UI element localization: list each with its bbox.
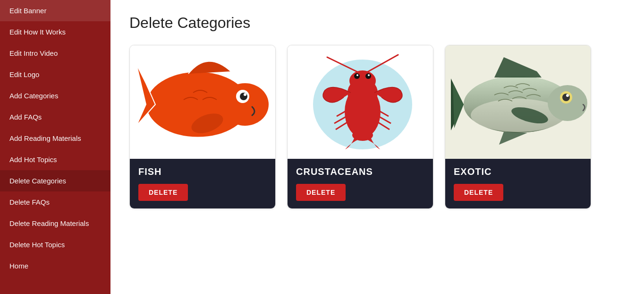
category-card-exotic: EXOTICDELETE: [445, 45, 591, 209]
sidebar-item-add-reading-materials[interactable]: Add Reading Materials: [0, 128, 110, 149]
category-card-fish: FISHDELETE: [129, 45, 276, 209]
delete-button-fish[interactable]: DELETE: [138, 184, 188, 201]
card-label-fish: FISH: [138, 166, 267, 177]
svg-point-5: [244, 93, 246, 96]
card-label-exotic: EXOTIC: [454, 166, 582, 177]
card-image-fish: [130, 45, 275, 159]
card-body-exotic: EXOTICDELETE: [445, 159, 591, 208]
delete-button-exotic[interactable]: DELETE: [454, 184, 503, 201]
sidebar-item-home[interactable]: Home: [0, 255, 110, 277]
sidebar-item-add-faqs[interactable]: Add FAQs: [0, 106, 110, 128]
sidebar-item-delete-categories[interactable]: Delete Categories: [0, 170, 110, 191]
card-body-crustaceans: CRUSTACEANSDELETE: [288, 159, 433, 208]
sidebar-item-edit-how-it-works[interactable]: Edit How It Works: [0, 21, 110, 43]
svg-point-2: [221, 83, 269, 126]
sidebar-item-edit-banner[interactable]: Edit Banner: [0, 0, 110, 21]
svg-point-14: [368, 74, 370, 76]
card-body-fish: FISHDELETE: [130, 159, 275, 208]
sidebar-item-edit-intro-video[interactable]: Edit Intro Video: [0, 43, 110, 64]
svg-point-11: [354, 73, 360, 79]
sidebar-item-delete-hot-topics[interactable]: Delete Hot Topics: [0, 234, 110, 255]
page-title: Delete Categories: [129, 14, 625, 32]
card-image-crustaceans: [288, 45, 433, 159]
svg-point-4: [240, 93, 247, 100]
sidebar-item-add-hot-topics[interactable]: Add Hot Topics: [0, 149, 110, 170]
sidebar: Edit BannerEdit How It WorksEdit Intro V…: [0, 0, 110, 294]
svg-point-12: [365, 73, 371, 79]
svg-point-13: [356, 74, 358, 76]
sidebar-item-add-categories[interactable]: Add Categories: [0, 85, 110, 106]
sidebar-item-delete-faqs[interactable]: Delete FAQs: [0, 191, 110, 213]
svg-point-23: [352, 130, 373, 141]
main-content: Delete Categories FISHDELETE: [110, 0, 644, 294]
category-card-crustaceans: CRUSTACEANSDELETE: [287, 45, 433, 209]
card-label-crustaceans: CRUSTACEANS: [296, 166, 424, 177]
cards-grid: FISHDELETE CRUSTACEANSDELETE: [129, 45, 625, 209]
svg-point-10: [349, 70, 376, 91]
svg-point-31: [566, 94, 569, 97]
svg-point-30: [562, 94, 570, 101]
delete-button-crustaceans[interactable]: DELETE: [296, 184, 346, 201]
sidebar-item-delete-reading-materials[interactable]: Delete Reading Materials: [0, 213, 110, 234]
sidebar-item-edit-logo[interactable]: Edit Logo: [0, 64, 110, 85]
card-image-exotic: [445, 45, 591, 159]
